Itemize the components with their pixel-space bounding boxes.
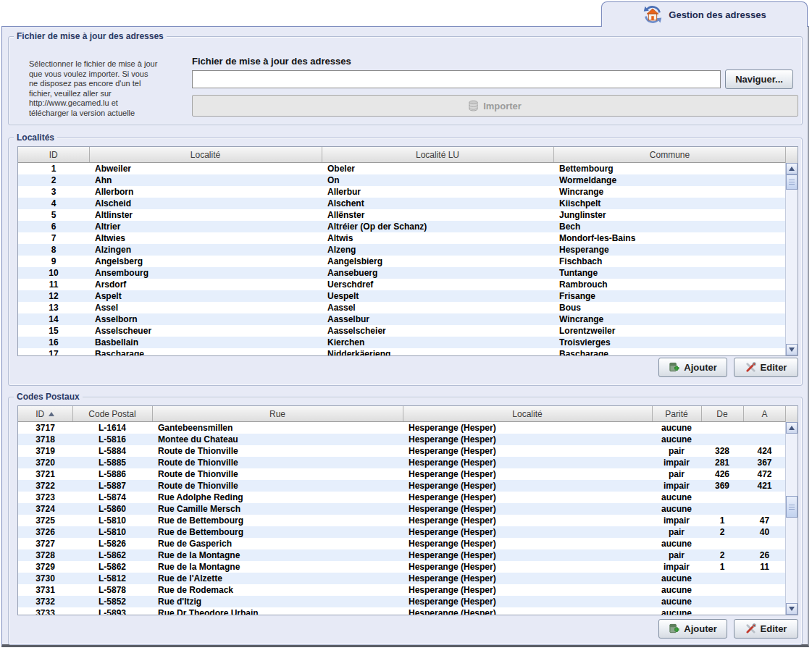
- import-button[interactable]: Importer: [192, 95, 798, 117]
- codes-postaux-table: IDCode PostalRueLocalitéParitéDeA 3717L-…: [17, 405, 798, 615]
- cell: Uerschdref: [322, 279, 553, 290]
- cell: Hesperange (Hesper): [403, 503, 652, 515]
- table-row[interactable]: 3724L-5860Rue Camille MerschHesperange (…: [18, 503, 786, 515]
- cell: aucune: [652, 492, 701, 503]
- cell: Route de Thionville: [152, 480, 403, 492]
- cell: Rambrouch: [553, 279, 786, 290]
- cell: 4: [18, 198, 89, 209]
- vertical-scrollbar[interactable]: [785, 163, 798, 355]
- cell: L-5862: [72, 561, 152, 573]
- browse-button[interactable]: Naviguer...: [725, 69, 793, 89]
- table-row[interactable]: 12AspeltUespeltFrisange: [18, 290, 786, 302]
- browse-button-label: Naviguer...: [735, 74, 783, 85]
- cell: L-5874: [72, 492, 152, 503]
- column-header[interactable]: Commune: [553, 147, 786, 163]
- table-row[interactable]: 3728L-5862Rue de la MontagneHesperange (…: [18, 549, 786, 561]
- table-row[interactable]: 3718L-5816Montee du ChateauHesperange (H…: [18, 434, 786, 445]
- cell: Aansebuerg: [322, 267, 553, 279]
- cell: aucune: [652, 584, 701, 596]
- cell: Bettembourg: [553, 163, 786, 175]
- cell: 3723: [18, 492, 72, 503]
- cell: [743, 434, 786, 445]
- cell: 5: [18, 209, 89, 221]
- table-row[interactable]: 16BasbellainKierchenTroisvierges: [18, 337, 786, 348]
- cell: 1: [18, 163, 89, 175]
- table-row[interactable]: 3720L-5885Route de ThionvilleHesperange …: [18, 457, 786, 468]
- column-header[interactable]: ID: [18, 406, 72, 422]
- table-row[interactable]: 17BascharageNidderkäerjengBascharage: [18, 348, 786, 356]
- import-button-label: Importer: [483, 101, 522, 111]
- column-header[interactable]: Parité: [652, 406, 701, 422]
- edit-locality-button[interactable]: Editer: [734, 358, 798, 377]
- file-path-input[interactable]: [192, 70, 721, 88]
- column-header[interactable]: De: [701, 406, 743, 422]
- cell: Uespelt: [322, 290, 553, 302]
- table-row[interactable]: 3727L-5826Rue de GasperichHesperange (He…: [18, 538, 786, 549]
- column-header[interactable]: ID: [18, 147, 89, 163]
- table-row[interactable]: 1AbweilerObelerBettembourg: [18, 163, 786, 175]
- localites-table: IDLocalitéLocalité LUCommune 1AbweilerOb…: [17, 146, 798, 356]
- add-locality-button[interactable]: Ajouter: [658, 358, 727, 377]
- table-row[interactable]: 3730L-5812Rue de l'AlzetteHesperange (He…: [18, 573, 786, 584]
- table-row[interactable]: 3729L-5862Rue de la MontagneHesperange (…: [18, 561, 786, 573]
- cell: Bascharage: [553, 348, 786, 356]
- scroll-up-button[interactable]: [786, 422, 798, 434]
- column-header[interactable]: A: [743, 406, 786, 422]
- tab-gestion-des-adresses[interactable]: Gestion des adresses: [601, 1, 808, 27]
- table-row[interactable]: 3721L-5886Route de ThionvilleHesperange …: [18, 468, 786, 480]
- cell: 3720: [18, 457, 72, 468]
- add-button-label: Ajouter: [684, 623, 717, 634]
- cell: [701, 584, 743, 596]
- table-row[interactable]: 3725L-5810Rue de BettembourgHesperange (…: [18, 515, 786, 526]
- cell: 6: [18, 221, 89, 232]
- cell: On: [322, 174, 553, 186]
- table-row[interactable]: 3717L-1614GantebeensmillenHesperange (He…: [18, 422, 786, 434]
- table-row[interactable]: 4AlscheidAlschentKiischpelt: [18, 198, 786, 209]
- cell: Alscheid: [89, 198, 322, 209]
- tab-label: Gestion des adresses: [669, 9, 766, 20]
- table-row[interactable]: 3722L-5887Route de ThionvilleHesperange …: [18, 480, 786, 492]
- column-header[interactable]: Localité: [89, 147, 322, 163]
- cell: aucune: [652, 538, 701, 549]
- table-row[interactable]: 3AllerbornAllerburWincrange: [18, 186, 786, 198]
- scrollbar-thumb[interactable]: [786, 496, 798, 518]
- table-row[interactable]: 3723L-5874Rue Adolphe RedingHesperange (…: [18, 492, 786, 503]
- column-header[interactable]: Code Postal: [72, 406, 152, 422]
- table-row[interactable]: 7AltwiesAltwisMondorf-les-Bains: [18, 232, 786, 244]
- table-row[interactable]: 11ArsdorfUerschdrefRambrouch: [18, 279, 786, 290]
- cell: 2: [18, 174, 89, 186]
- database-icon: [469, 100, 478, 111]
- table-row[interactable]: 13AsselAasselBous: [18, 302, 786, 313]
- cell: Tuntange: [553, 267, 786, 279]
- table-row[interactable]: 3733L-5893Rue Dr Theodore UrbainHesperan…: [18, 607, 786, 615]
- vertical-scrollbar[interactable]: [785, 422, 798, 615]
- table-row[interactable]: 10AnsembourgAansebuergTuntange: [18, 267, 786, 279]
- table-row[interactable]: 5AltlinsterAllënsterJunglinster: [18, 209, 786, 221]
- cell: Rue d'Itzig: [152, 596, 403, 607]
- cell: impair: [652, 561, 701, 573]
- column-header[interactable]: Localité LU: [322, 147, 553, 163]
- table-row[interactable]: 3731L-5878Rue de RodemackHesperange (Hes…: [18, 584, 786, 596]
- table-row[interactable]: 15AsselscheuerAasselscheierLorentzweiler: [18, 325, 786, 337]
- column-header[interactable]: Rue: [152, 406, 403, 422]
- table-row[interactable]: 3726L-5810Rue de BettembourgHesperange (…: [18, 526, 786, 538]
- table-row[interactable]: 3732L-5852Rue d'ItzigHesperange (Hesper)…: [18, 596, 786, 607]
- table-row[interactable]: 8AlzingenAlzengHesperange: [18, 244, 786, 256]
- scroll-down-button[interactable]: [786, 603, 798, 615]
- table-row[interactable]: 9AngelsbergAangelsbiergFischbach: [18, 256, 786, 267]
- table-row[interactable]: 3719L-5884Route de ThionvilleHesperange …: [18, 445, 786, 457]
- column-header[interactable]: Localité: [403, 406, 652, 422]
- scrollbar-thumb[interactable]: [786, 174, 798, 190]
- cell: Troisvierges: [553, 337, 786, 348]
- table-row[interactable]: 14AsselbornAasselburWincrange: [18, 313, 786, 325]
- scroll-down-button[interactable]: [786, 344, 798, 355]
- cell: Wincrange: [553, 186, 786, 198]
- add-postal-code-button[interactable]: Ajouter: [658, 619, 727, 639]
- cell: 472: [743, 468, 786, 480]
- table-row[interactable]: 2AhnOnWormeldange: [18, 174, 786, 186]
- table-row[interactable]: 6AltrierAltréier (Op der Schanz)Bech: [18, 221, 786, 232]
- cell: Lorentzweiler: [553, 325, 786, 337]
- cell: aucune: [652, 607, 701, 615]
- scroll-up-button[interactable]: [786, 163, 798, 174]
- edit-postal-code-button[interactable]: Editer: [734, 619, 798, 639]
